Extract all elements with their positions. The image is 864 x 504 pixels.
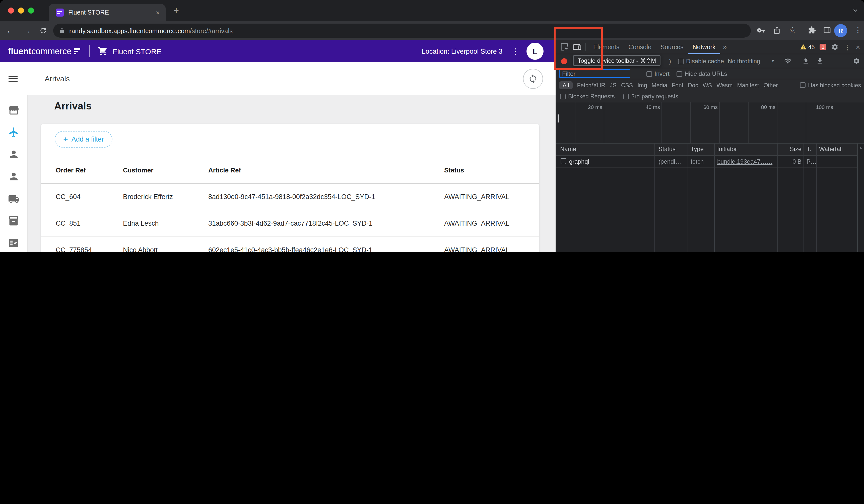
col-name[interactable]: Name xyxy=(560,146,576,153)
article-ref-link[interactable]: 602ec1e5-41c0-4ac3-bb5b-ffea46c2e1e6-LOC… xyxy=(208,246,372,252)
new-tab-button[interactable]: + xyxy=(173,5,179,16)
sidebar-item-person[interactable] xyxy=(8,148,19,161)
import-har-icon[interactable] xyxy=(802,57,809,65)
chip-img[interactable]: Img xyxy=(637,82,647,88)
minimize-window-button[interactable] xyxy=(18,8,24,14)
throttling-dropdown[interactable]: No throttling xyxy=(728,58,760,65)
hide-data-urls-checkbox[interactable]: Hide data URLs xyxy=(676,70,727,77)
column-header: Status xyxy=(444,166,464,174)
has-blocked-cookies-checkbox[interactable]: Has blocked cookies xyxy=(800,82,861,88)
extensions-puzzle-icon[interactable] xyxy=(808,26,816,34)
devtools-settings-gear-icon[interactable] xyxy=(831,43,839,51)
user-avatar[interactable]: L xyxy=(527,43,543,60)
devtools-kebab-icon[interactable]: ⋮ xyxy=(844,43,851,51)
customer: Edna Lesch xyxy=(123,220,159,227)
chip-css[interactable]: CSS xyxy=(621,82,633,88)
tab-close-icon[interactable]: × xyxy=(155,8,160,17)
password-key-icon[interactable] xyxy=(757,26,765,35)
chip-font[interactable]: Font xyxy=(672,82,683,88)
bookmark-star-icon[interactable]: ☆ xyxy=(789,25,796,35)
header-kebab-icon[interactable]: ⋮ xyxy=(512,46,519,56)
network-settings-gear-icon[interactable] xyxy=(852,57,860,65)
sidebar-item-person[interactable] xyxy=(8,170,19,183)
article-ref-link[interactable]: 31abc660-3b3f-4d62-9ad7-cac7718f2c45-LOC… xyxy=(208,220,372,227)
back-button[interactable]: ← xyxy=(6,26,14,35)
col-initiator[interactable]: Initiator xyxy=(717,146,737,153)
browser-profile-avatar[interactable]: R xyxy=(834,24,847,37)
request-type-chips: All Fetch/XHR JS CSS Img Media Font Doc … xyxy=(556,79,864,91)
network-request-row[interactable]: graphql (pendi… fetch bundle.193ea47…… 0… xyxy=(556,156,864,168)
blocked-requests-checkbox[interactable]: Blocked Requests xyxy=(560,93,614,99)
chip-other[interactable]: Other xyxy=(764,82,778,88)
sidebar-item-fact-check[interactable] xyxy=(8,237,19,250)
network-overview-timeline[interactable]: 20 ms 40 ms 60 ms 80 ms 100 ms xyxy=(556,103,864,144)
timeline-tick: 20 ms xyxy=(576,104,602,110)
chip-wasm[interactable]: Wasm xyxy=(717,82,732,88)
tab-sources[interactable]: Sources xyxy=(656,40,688,54)
table-row: CC_851 Edna Lesch 31abc660-3b3f-4d62-9ad… xyxy=(41,210,539,237)
scrollbar[interactable]: ▲ xyxy=(857,144,864,252)
column-divider[interactable] xyxy=(816,144,817,252)
order-ref: CC_851 xyxy=(56,220,81,227)
column-divider[interactable] xyxy=(655,144,655,252)
timeline-tick: 100 ms xyxy=(807,104,833,110)
chip-manifest[interactable]: Manifest xyxy=(737,82,759,88)
tab-console[interactable]: Console xyxy=(624,40,656,54)
app-toolbar: Arrivals xyxy=(0,62,555,95)
chip-doc[interactable]: Doc xyxy=(688,82,698,88)
reload-button[interactable] xyxy=(39,27,47,35)
request-initiator-link[interactable]: bundle.193ea47…… xyxy=(717,158,773,165)
third-party-requests-checkbox[interactable]: 3rd-party requests xyxy=(623,93,678,99)
column-divider[interactable] xyxy=(804,144,804,252)
warnings-counter[interactable]: 45 xyxy=(800,44,815,50)
browser-menu-kebab-icon[interactable]: ⋮ xyxy=(854,26,862,35)
zoom-window-button[interactable] xyxy=(28,8,34,14)
chip-all[interactable]: All xyxy=(559,81,573,89)
devtools-close-icon[interactable]: × xyxy=(856,43,860,51)
column-divider[interactable] xyxy=(687,144,688,252)
refresh-button[interactable] xyxy=(523,69,543,89)
sidebar-item-truck[interactable] xyxy=(8,192,19,206)
status: AWAITING_ARRIVAL xyxy=(444,193,509,201)
customer: Broderick Effertz xyxy=(123,193,173,201)
sidebar-item-package[interactable] xyxy=(8,214,19,228)
side-panel-icon[interactable] xyxy=(823,26,831,34)
article-ref-link[interactable]: 8ad130e0-9c47-451a-9818-00f2a32dc354-LOC… xyxy=(208,193,375,201)
header-divider xyxy=(89,45,89,57)
tab-network[interactable]: Network xyxy=(688,40,720,54)
chip-js[interactable]: JS xyxy=(610,82,616,88)
sidebar-item-arrivals-flight[interactable] xyxy=(8,125,19,139)
close-window-button[interactable] xyxy=(8,8,14,14)
export-har-icon[interactable] xyxy=(816,57,824,65)
column-divider[interactable] xyxy=(777,144,778,252)
filter-input[interactable] xyxy=(559,69,631,78)
network-conditions-icon[interactable] xyxy=(784,57,791,65)
more-tabs-icon[interactable]: » xyxy=(720,43,730,51)
add-filter-button[interactable]: + Add a filter xyxy=(55,131,112,147)
column-header: Article Ref xyxy=(208,166,241,174)
share-icon[interactable] xyxy=(773,26,781,34)
col-time[interactable]: T. xyxy=(806,146,811,153)
chip-ws[interactable]: WS xyxy=(703,82,712,88)
invert-checkbox[interactable]: Invert xyxy=(646,70,670,77)
menu-hamburger-icon[interactable] xyxy=(7,73,19,85)
checkbox-icon xyxy=(678,59,684,64)
checkbox-icon xyxy=(623,94,629,99)
timeline-tick: 80 ms xyxy=(749,104,776,110)
scroll-up-arrow-icon[interactable]: ▲ xyxy=(859,146,863,149)
issues-counter[interactable]: 1 xyxy=(820,44,826,50)
sidebar-item-store[interactable] xyxy=(8,104,19,117)
col-size[interactable]: Size xyxy=(778,146,802,153)
col-waterfall[interactable]: Waterfall xyxy=(819,146,843,153)
address-bar[interactable]: randy.sandbox.apps.fluentcommerce.com/st… xyxy=(53,24,751,38)
tab-search-chevron-icon[interactable] xyxy=(851,7,859,14)
forward-button[interactable]: → xyxy=(23,26,31,35)
chip-fetch-xhr[interactable]: Fetch/XHR xyxy=(577,82,605,88)
column-divider[interactable] xyxy=(714,144,715,252)
col-type[interactable]: Type xyxy=(691,146,704,153)
chip-media[interactable]: Media xyxy=(652,82,668,88)
disable-cache-checkbox[interactable]: Disable cache xyxy=(678,58,724,65)
col-status[interactable]: Status xyxy=(659,146,675,153)
browser-tab[interactable]: Fluent STORE × xyxy=(49,4,166,21)
customer: Nico Abbott xyxy=(123,246,158,252)
